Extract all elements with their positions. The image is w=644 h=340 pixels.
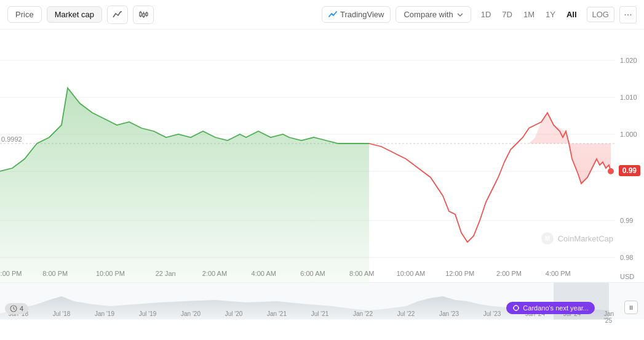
line-icon: [113, 10, 122, 20]
more-btn[interactable]: ···: [619, 6, 637, 23]
x-label-600pm: 6:00 PM: [0, 270, 22, 277]
x-label-1000pm: 10:00 PM: [96, 270, 125, 277]
xb-jan22: Jan '22: [353, 310, 373, 317]
current-price-dot: [608, 168, 614, 174]
xb-jan19: Jan '19: [95, 310, 114, 317]
usd-label: USD: [620, 273, 634, 280]
xb-jul20: Jul '20: [225, 310, 243, 317]
xb-jan25: Jan '25: [604, 310, 614, 324]
svg-rect-7: [146, 13, 148, 15]
svg-point-24: [515, 310, 517, 311]
toolbar: Price Market cap TradingView Compare wit…: [0, 0, 644, 30]
marketcap-tab[interactable]: Market cap: [47, 6, 102, 23]
tradingview-badge[interactable]: TradingView: [322, 6, 391, 23]
more-icon: ···: [624, 9, 632, 20]
red-area: [369, 113, 611, 242]
cardano-badge[interactable]: Cardano's next year...: [506, 302, 595, 314]
xb-jan20: Jan '20: [181, 310, 201, 317]
svg-point-26: [518, 307, 519, 309]
svg-point-23: [515, 305, 517, 306]
xb-jul21: Jul '21: [311, 310, 329, 317]
ref-value-label: 0.9992: [1, 136, 22, 143]
x-label-1000am: 10:00 AM: [397, 270, 425, 277]
clock-icon: [10, 305, 17, 312]
svg-rect-4: [143, 14, 145, 17]
candle-chart-btn[interactable]: [133, 6, 154, 24]
price-tab[interactable]: Price: [7, 6, 42, 23]
chart-area: 1.020 1.010 1.000 0.99 0.98 0.9992 USD 0…: [0, 30, 644, 282]
y-label-099: 0.99: [620, 217, 633, 224]
time-7d[interactable]: 7D: [497, 7, 517, 22]
svg-point-22: [514, 306, 519, 310]
time-all[interactable]: All: [562, 7, 582, 22]
chevron-down-icon: [457, 12, 463, 18]
y-label-1000: 1.000: [620, 131, 637, 138]
x-label-800pm: 8:00 PM: [42, 270, 68, 277]
cmc-logo-icon: M: [541, 232, 554, 245]
watermark-text: CoinMarketCap: [558, 234, 613, 243]
tradingview-label: TradingView: [340, 10, 384, 19]
x-label-400pm: 4:00 PM: [546, 270, 571, 277]
y-label-098: 0.98: [620, 254, 633, 261]
pause-icon: ⏸: [628, 304, 634, 311]
xb-jan21: Jan '21: [267, 310, 287, 317]
time-buttons: 1D 7D 1M 1Y All: [476, 7, 582, 22]
candle-icon: [138, 10, 148, 20]
y-label-1020: 1.020: [620, 57, 637, 64]
xb-jul19: Jul '19: [139, 310, 157, 317]
x-label-400am: 4:00 AM: [252, 270, 276, 277]
svg-text:M: M: [545, 235, 550, 242]
cardano-icon: [512, 304, 520, 312]
mini-chart: Jan '18 Jul '18 Jan '19 Jul '19 Jan '20 …: [0, 282, 644, 319]
time-1y[interactable]: 1Y: [541, 7, 560, 22]
cardano-text: Cardano's next year...: [523, 304, 589, 312]
svg-line-21: [14, 309, 15, 310]
green-area: [0, 88, 369, 282]
xb-jul22: Jul '22: [397, 310, 415, 317]
x-label-1200pm: 12:00 PM: [445, 270, 474, 277]
current-price-value: 0.99: [622, 166, 637, 175]
current-price-badge: 0.99: [619, 165, 640, 176]
time-1m[interactable]: 1M: [519, 7, 539, 22]
x-label-800am: 8:00 AM: [349, 270, 374, 277]
x-label-22jan: 22 Jan: [156, 270, 176, 277]
y-label-1010: 1.010: [620, 94, 637, 101]
notification-count: 4: [20, 305, 23, 312]
xb-jul18: Jul '18: [53, 310, 71, 317]
svg-rect-1: [140, 12, 141, 16]
xb-jan23: Jan '23: [439, 310, 459, 317]
x-label-600am: 6:00 AM: [300, 270, 325, 277]
compare-btn[interactable]: Compare with: [396, 6, 471, 23]
notification-badge[interactable]: 4: [5, 303, 28, 314]
watermark: M CoinMarketCap: [541, 232, 613, 245]
tradingview-icon: [328, 10, 337, 19]
x-label-200pm: 2:00 PM: [496, 270, 522, 277]
line-chart-btn[interactable]: [107, 6, 128, 24]
x-label-200am: 2:00 AM: [202, 270, 227, 277]
compare-label: Compare with: [403, 10, 453, 19]
svg-point-25: [513, 307, 514, 309]
pause-btn[interactable]: ⏸: [624, 301, 638, 314]
xaxis-top: 6:00 PM 8:00 PM 10:00 PM 22 Jan 2:00 AM …: [0, 265, 613, 282]
xb-jul23: Jul '23: [483, 310, 501, 317]
time-1d[interactable]: 1D: [476, 7, 496, 22]
log-btn[interactable]: LOG: [587, 7, 614, 22]
red-line: [369, 113, 611, 242]
